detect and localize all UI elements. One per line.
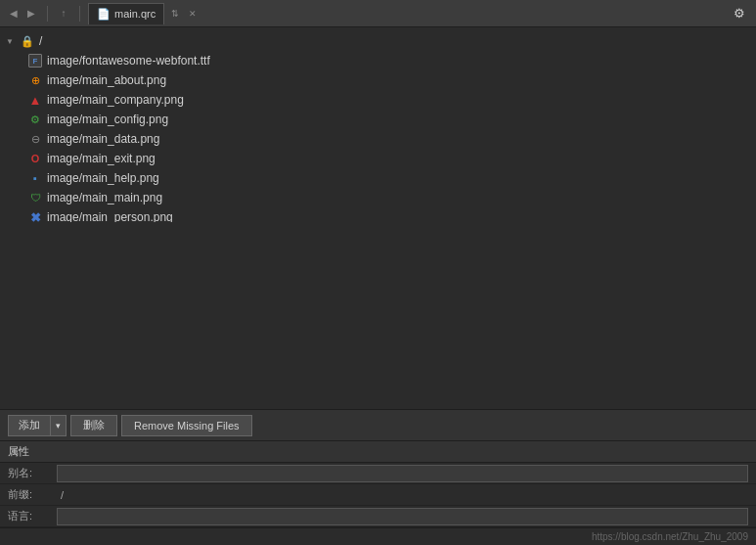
bottom-toolbar: 添加 ▾ 删除 Remove Missing Files bbox=[0, 409, 756, 440]
list-item[interactable]: F image/fontawesome-webfont.ttf bbox=[0, 51, 756, 70]
alias-row: 别名: bbox=[0, 463, 756, 484]
tree-item-label: image/main_data.png bbox=[47, 132, 159, 146]
prefix-row: 前缀: / bbox=[0, 484, 756, 506]
tree-item-label: image/main_help.png bbox=[47, 171, 159, 185]
list-item[interactable]: 🛡 image/main_main.png bbox=[0, 188, 756, 207]
tab-area: 📄 main.qrc ⇅ ✕ bbox=[88, 3, 725, 24]
exit-icon: O bbox=[27, 151, 43, 166]
root-label: / bbox=[39, 34, 42, 48]
add-dropdown-button[interactable]: ▾ bbox=[51, 415, 67, 436]
tab-file-icon: 📄 bbox=[97, 8, 111, 21]
remove-missing-button[interactable]: Remove Missing Files bbox=[121, 415, 252, 436]
title-bar: ◀ ▶ ↑ 📄 main.qrc ⇅ ✕ ⚙ bbox=[0, 0, 756, 27]
list-item[interactable]: ⚙ image/main_config.png bbox=[0, 110, 756, 129]
help-icon: ▪ bbox=[27, 170, 43, 186]
lang-input[interactable] bbox=[57, 508, 748, 525]
status-url: https://blog.csdn.net/Zhu_Zhu_2009 bbox=[592, 531, 748, 542]
status-bar: https://blog.csdn.net/Zhu_Zhu_2009 bbox=[0, 527, 756, 545]
tree-item-label: image/main_company.png bbox=[47, 93, 184, 107]
tab-sort-button[interactable]: ⇅ bbox=[168, 7, 182, 21]
toolbar-right: ⚙ bbox=[729, 3, 750, 24]
prefix-value: / bbox=[57, 489, 64, 501]
alias-input[interactable] bbox=[57, 465, 748, 482]
nav-buttons: ◀ ▶ bbox=[6, 6, 39, 22]
tree-item-label: image/main_exit.png bbox=[47, 152, 156, 165]
properties-header: 属性 bbox=[0, 441, 756, 463]
root-lock-icon: 🔒 bbox=[20, 33, 35, 49]
tree-empty-area bbox=[0, 222, 756, 409]
add-button-group: 添加 ▾ bbox=[8, 415, 67, 436]
tab-main-qrc[interactable]: 📄 main.qrc bbox=[88, 3, 164, 24]
tree-item-label: image/main_main.png bbox=[47, 191, 162, 204]
list-item[interactable]: ⊖ image/main_data.png bbox=[0, 129, 756, 149]
root-toggle[interactable]: ▼ bbox=[4, 35, 16, 47]
up-button[interactable]: ↑ bbox=[56, 6, 71, 22]
tab-controls: ⇅ ✕ bbox=[168, 7, 200, 21]
list-item[interactable]: ▲ image/main_company.png bbox=[0, 90, 756, 110]
font-icon: F bbox=[27, 53, 43, 68]
tree-item-label: image/main_config.png bbox=[47, 113, 168, 126]
main-icon: 🛡 bbox=[27, 190, 43, 205]
delete-button[interactable]: 删除 bbox=[70, 415, 117, 436]
person-icon: ✖ bbox=[27, 209, 43, 222]
list-item[interactable]: O image/main_exit.png bbox=[0, 149, 756, 168]
list-item[interactable]: ✖ image/main_person.png bbox=[0, 207, 756, 222]
separator-2 bbox=[79, 6, 80, 22]
lang-label: 语言: bbox=[8, 509, 57, 523]
company-icon: ▲ bbox=[27, 92, 43, 108]
data-icon: ⊖ bbox=[27, 131, 43, 147]
main-content: ▼ 🔒 / F image/fontawesome-webfont.ttf ⊕ … bbox=[0, 27, 756, 545]
tab-label: main.qrc bbox=[114, 8, 156, 20]
back-button[interactable]: ◀ bbox=[6, 6, 22, 22]
tree-item-label: image/main_person.png bbox=[47, 210, 173, 222]
separator-1 bbox=[47, 6, 48, 22]
file-tree: ▼ 🔒 / F image/fontawesome-webfont.ttf ⊕ … bbox=[0, 27, 756, 222]
prefix-label: 前缀: bbox=[8, 487, 57, 502]
list-item[interactable]: ⊕ image/main_about.png bbox=[0, 70, 756, 90]
tree-item-label: image/fontawesome-webfont.ttf bbox=[47, 54, 210, 68]
settings-button[interactable]: ⚙ bbox=[729, 3, 750, 24]
forward-button[interactable]: ▶ bbox=[23, 6, 39, 22]
properties-title: 属性 bbox=[8, 444, 29, 459]
lang-row: 语言: bbox=[0, 506, 756, 527]
tree-root[interactable]: ▼ 🔒 / bbox=[0, 31, 756, 51]
config-icon: ⚙ bbox=[27, 112, 43, 127]
list-item[interactable]: ▪ image/main_help.png bbox=[0, 168, 756, 188]
about-icon: ⊕ bbox=[27, 72, 43, 88]
tree-item-label: image/main_about.png bbox=[47, 73, 166, 87]
add-button[interactable]: 添加 bbox=[8, 415, 51, 436]
tab-close-button[interactable]: ✕ bbox=[186, 7, 200, 21]
alias-label: 别名: bbox=[8, 466, 57, 480]
properties-panel: 属性 别名: 前缀: / 语言: bbox=[0, 440, 756, 527]
